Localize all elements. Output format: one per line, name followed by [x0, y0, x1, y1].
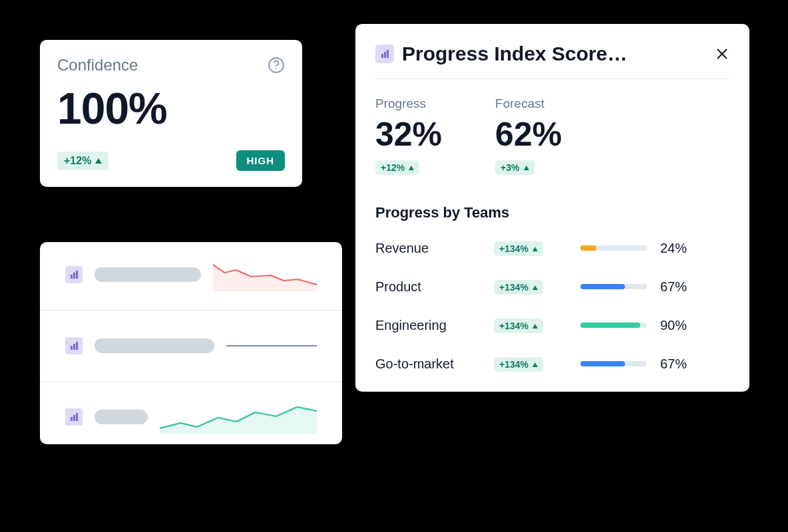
team-delta-value: +134% [499, 321, 528, 331]
confidence-level-badge: HIGH [236, 150, 286, 171]
team-progress-fill [580, 284, 625, 289]
confidence-card: Confidence 100% +12% HIGH [40, 40, 302, 187]
team-progress-value: 67% [660, 279, 693, 295]
sparkline-card [40, 242, 342, 444]
confidence-title: Confidence [57, 56, 138, 74]
trend-up-icon [95, 158, 102, 164]
team-delta: +134% [494, 240, 580, 256]
svg-point-1 [276, 68, 277, 70]
trend-up-icon [532, 362, 538, 367]
team-row: Engineering +134% 90% [375, 317, 729, 333]
trend-up-icon [409, 166, 414, 170]
team-delta: +134% [494, 279, 580, 295]
sparkline-row [40, 400, 342, 440]
team-progress-bar [580, 284, 647, 289]
team-row: Product +134% 67% [375, 279, 729, 295]
sparkline-row [40, 258, 342, 311]
team-delta: +134% [494, 317, 580, 333]
metric-forecast: Forecast 62% +3% [495, 96, 562, 175]
team-progress-value: 67% [660, 356, 693, 372]
chart-icon [65, 266, 83, 283]
metrics-row: Progress 32% +12% Forecast 62% +3% [375, 96, 729, 175]
team-progress-value: 90% [660, 318, 693, 333]
trend-up-icon [524, 166, 529, 170]
teams-section-title: Progress by Teams [375, 204, 729, 221]
metric-delta-badge: +12% [375, 160, 419, 175]
help-icon[interactable] [268, 57, 285, 74]
skeleton-placeholder [95, 267, 201, 282]
team-name: Engineering [375, 318, 494, 333]
sparkline-down [213, 258, 317, 291]
team-progress-fill [580, 245, 596, 251]
team-delta-badge: +134% [494, 280, 543, 295]
chart-icon [65, 337, 83, 354]
team-delta-badge: +134% [494, 319, 543, 333]
team-progress-fill [580, 361, 625, 366]
confidence-footer: +12% HIGH [57, 150, 285, 171]
confidence-delta-badge: +12% [57, 152, 108, 170]
metric-label: Forecast [495, 96, 562, 111]
team-name: Go-to-market [375, 356, 494, 372]
metric-value: 62% [495, 118, 562, 151]
skeleton-placeholder [95, 338, 214, 353]
team-delta-badge: +134% [494, 357, 543, 372]
confidence-header: Confidence [57, 56, 285, 74]
metric-delta-badge: +3% [495, 160, 534, 175]
metric-label: Progress [375, 96, 442, 111]
teams-list: Revenue +134% 24% Product +134% 67% Engi… [375, 240, 729, 372]
metric-delta-value: +12% [381, 162, 405, 173]
team-delta-value: +134% [499, 243, 528, 254]
team-name: Product [375, 279, 494, 295]
metric-value: 32% [375, 118, 442, 151]
skeleton-placeholder [95, 410, 148, 424]
team-delta-value: +134% [499, 282, 528, 293]
trend-up-icon [532, 247, 538, 251]
panel-header: Progress Index Score… [375, 43, 729, 79]
metric-progress: Progress 32% +12% [375, 96, 442, 175]
sparkline-row [40, 329, 342, 382]
sparkline-up [160, 400, 317, 434]
team-row: Revenue +134% 24% [375, 240, 729, 256]
panel-title: Progress Index Score… [402, 43, 707, 65]
team-progress-fill [580, 323, 640, 328]
close-icon[interactable] [715, 47, 729, 61]
team-progress-bar [580, 323, 647, 328]
trend-up-icon [532, 324, 538, 329]
confidence-delta-value: +12% [64, 155, 91, 167]
team-delta-value: +134% [499, 359, 528, 370]
metric-delta-value: +3% [500, 162, 519, 173]
team-progress-bar [580, 245, 647, 251]
confidence-value: 100% [57, 86, 285, 130]
team-name: Revenue [375, 241, 494, 256]
team-delta-badge: +134% [494, 241, 543, 256]
trend-up-icon [532, 285, 538, 290]
progress-panel: Progress Index Score… Progress 32% +12% … [355, 24, 749, 392]
team-progress-value: 24% [660, 241, 693, 256]
team-row: Go-to-market +134% 67% [375, 356, 729, 372]
chart-icon [375, 45, 394, 63]
chart-icon [65, 408, 83, 426]
team-delta: +134% [494, 356, 580, 372]
sparkline-flat [226, 329, 317, 362]
team-progress-bar [580, 361, 647, 366]
